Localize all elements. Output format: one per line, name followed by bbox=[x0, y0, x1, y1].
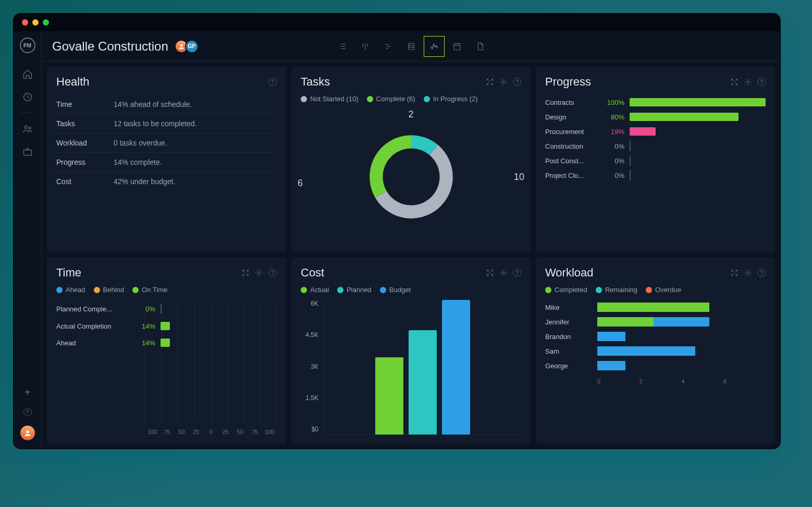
legend-label: Overdue bbox=[655, 286, 681, 294]
legend-item: Budget bbox=[380, 286, 411, 294]
workload-legend: CompletedRemainingOverdue bbox=[545, 286, 766, 294]
help-icon[interactable]: ? bbox=[757, 269, 766, 277]
time-row: Ahead 14% bbox=[56, 334, 277, 351]
workload-segment bbox=[597, 332, 625, 341]
current-user-avatar[interactable] bbox=[20, 426, 35, 440]
health-label: Time bbox=[56, 100, 114, 108]
add-button[interactable]: + bbox=[24, 387, 31, 399]
svg-point-12 bbox=[747, 272, 749, 274]
workload-name: Sam bbox=[545, 347, 592, 355]
time-legend: AheadBehindOn Time bbox=[56, 286, 277, 294]
health-row: Cost42% under budget. bbox=[56, 172, 277, 191]
progress-name: Contracts bbox=[545, 99, 597, 106]
legend-label: On Time bbox=[142, 286, 167, 294]
avatar[interactable]: GP bbox=[185, 40, 199, 53]
expand-icon[interactable] bbox=[730, 78, 739, 86]
legend-dot-icon bbox=[94, 287, 100, 293]
axis-label: 0 bbox=[203, 429, 218, 435]
progress-name: Post Const... bbox=[545, 157, 597, 165]
view-gantt-icon[interactable] bbox=[378, 36, 399, 57]
cost-yaxis: 6K4.5K3K1.5K$0 bbox=[301, 300, 324, 435]
member-avatars[interactable]: GP bbox=[178, 40, 199, 53]
progress-bar-zero bbox=[630, 170, 631, 180]
window-close-icon[interactable] bbox=[22, 19, 28, 26]
legend-item: Actual bbox=[301, 286, 329, 294]
recent-icon[interactable] bbox=[22, 92, 33, 102]
app-logo-icon[interactable]: PM bbox=[20, 38, 35, 53]
axis-label: 100 bbox=[145, 429, 159, 435]
panel-title: Cost bbox=[301, 266, 486, 280]
expand-icon[interactable] bbox=[241, 269, 250, 277]
help-icon[interactable]: ? bbox=[268, 269, 277, 277]
sidebar-help-icon[interactable]: ? bbox=[23, 408, 32, 416]
progress-track bbox=[630, 127, 766, 136]
cost-bar bbox=[442, 300, 470, 434]
gear-icon[interactable] bbox=[744, 78, 752, 86]
progress-pct: 80% bbox=[602, 113, 624, 121]
help-icon[interactable]: ? bbox=[513, 269, 521, 277]
legend-item: In Progress (2) bbox=[424, 95, 478, 103]
legend-dot-icon bbox=[301, 96, 307, 102]
progress-row: Post Const... 0% bbox=[545, 153, 766, 168]
help-icon[interactable]: ? bbox=[513, 78, 521, 86]
progress-name: Design bbox=[545, 113, 597, 121]
workload-segment bbox=[597, 317, 654, 327]
progress-name: Procurement bbox=[545, 128, 597, 136]
donut-label: 10 bbox=[514, 171, 524, 182]
panel-title: Time bbox=[56, 266, 241, 280]
health-row: Workload0 tasks overdue. bbox=[56, 134, 277, 153]
legend-dot-icon bbox=[545, 287, 551, 293]
cost-bar bbox=[375, 357, 403, 434]
progress-row: Construction 0% bbox=[545, 139, 766, 153]
legend-label: Completed bbox=[555, 286, 587, 294]
view-sheet-icon[interactable] bbox=[401, 36, 422, 57]
progress-track bbox=[630, 171, 766, 179]
window-zoom-icon[interactable] bbox=[43, 19, 49, 26]
legend-label: Actual bbox=[310, 286, 329, 294]
legend-dot-icon bbox=[380, 287, 386, 293]
progress-bar-zero bbox=[630, 155, 631, 166]
legend-item: Behind bbox=[94, 286, 124, 294]
view-list-icon[interactable] bbox=[332, 36, 353, 57]
health-label: Cost bbox=[56, 177, 114, 186]
legend-dot-icon bbox=[337, 287, 343, 293]
progress-track bbox=[630, 113, 766, 121]
time-pct: 14% bbox=[134, 339, 155, 347]
gear-icon[interactable] bbox=[744, 269, 752, 277]
team-icon[interactable] bbox=[22, 124, 33, 134]
progress-bar-zero bbox=[630, 141, 631, 151]
legend-dot-icon bbox=[596, 287, 602, 293]
axis-label: 25 bbox=[218, 429, 233, 435]
svg-point-1 bbox=[24, 126, 27, 128]
expand-icon[interactable] bbox=[730, 269, 739, 277]
help-icon[interactable]: ? bbox=[757, 78, 766, 86]
view-file-icon[interactable] bbox=[470, 36, 490, 57]
gear-icon[interactable] bbox=[499, 269, 508, 277]
expand-icon[interactable] bbox=[486, 269, 494, 277]
view-calendar-icon[interactable] bbox=[447, 36, 467, 57]
progress-pct: 100% bbox=[602, 99, 624, 106]
window-minimize-icon[interactable] bbox=[32, 19, 39, 26]
progress-row: Procurement 19% bbox=[545, 124, 766, 139]
panel-title: Workload bbox=[545, 266, 730, 280]
gear-icon[interactable] bbox=[499, 78, 508, 86]
briefcase-icon[interactable] bbox=[22, 147, 33, 157]
progress-track bbox=[630, 156, 766, 165]
legend-label: Not Started (10) bbox=[310, 95, 359, 103]
progress-bar bbox=[630, 98, 766, 106]
gear-icon[interactable] bbox=[255, 269, 263, 277]
time-bar bbox=[161, 322, 170, 330]
expand-icon[interactable] bbox=[486, 78, 494, 86]
time-name: Ahead bbox=[56, 339, 129, 347]
time-row: Planned Comple... 0% bbox=[56, 300, 277, 318]
svg-point-9 bbox=[747, 81, 749, 83]
help-icon[interactable]: ? bbox=[268, 78, 277, 86]
legend-label: Planned bbox=[347, 286, 372, 294]
progress-track bbox=[630, 142, 766, 150]
view-dashboard-icon[interactable] bbox=[424, 36, 445, 57]
legend-dot-icon bbox=[367, 96, 373, 102]
axis-label: 50 bbox=[174, 429, 189, 435]
home-icon[interactable] bbox=[22, 69, 33, 79]
view-board-icon[interactable] bbox=[355, 36, 376, 57]
workload-segment bbox=[597, 346, 695, 356]
